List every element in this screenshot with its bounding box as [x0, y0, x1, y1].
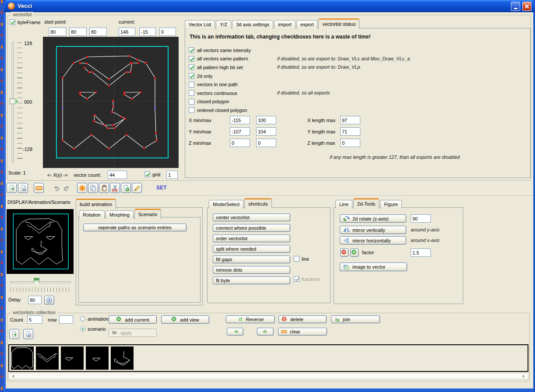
- paste-button[interactable]: [99, 183, 109, 193]
- reverse-button[interactable]: Reverse: [226, 315, 275, 323]
- start-z-field[interactable]: [89, 28, 107, 36]
- clear-button[interactable]: NEW clear: [278, 328, 327, 336]
- delay-field[interactable]: [28, 296, 42, 304]
- checkbox-all-vectors-same-intensity[interactable]: [189, 47, 194, 53]
- fill-gaps-button[interactable]: fill gaps: [213, 256, 290, 263]
- start-x-field[interactable]: [49, 28, 66, 36]
- tab-figure[interactable]: Figure: [380, 200, 401, 208]
- grid-checkbox-box[interactable]: [144, 172, 150, 177]
- frame-thumbnail-2[interactable]: [36, 346, 59, 370]
- field-y-min-max-max[interactable]: [256, 127, 276, 136]
- fit-byte-button[interactable]: fit byte: [213, 276, 290, 284]
- rotate-2d-button[interactable]: 2d rotate (z-axis): [340, 214, 406, 223]
- checkbox-2d-only[interactable]: [189, 73, 194, 79]
- add-view-button[interactable]: add view: [161, 315, 209, 324]
- vector-canvas[interactable]: [43, 37, 179, 168]
- new-file-button[interactable]: NEW: [34, 183, 44, 193]
- collection-save-button[interactable]: [23, 329, 33, 339]
- tab-export[interactable]: export: [296, 20, 318, 28]
- mirror-vertically-button[interactable]: mirror vertically: [340, 226, 406, 234]
- current-y-field[interactable]: [139, 28, 156, 36]
- separate-paths-button[interactable]: seperate paths as scenario entries: [83, 224, 187, 231]
- checkbox-closed-polygon[interactable]: [189, 99, 194, 105]
- mirror-horizontally-button[interactable]: mirror horizontally: [340, 236, 406, 245]
- collection-open-button[interactable]: [9, 329, 19, 339]
- tab-vectorlist-status[interactable]: vectorlist status: [318, 18, 359, 29]
- radio-scenario-circle[interactable]: [80, 326, 85, 332]
- burst-button[interactable]: [77, 183, 87, 193]
- tab-vector-list[interactable]: Vector List: [185, 20, 215, 28]
- remove-dots-button[interactable]: remove dots: [213, 266, 290, 274]
- frame-thumbnail-3[interactable]: [61, 346, 84, 370]
- radio-scenario[interactable]: scenario: [80, 326, 106, 332]
- prev-frame-button[interactable]: [227, 328, 243, 336]
- undo-button[interactable]: [51, 183, 61, 193]
- line-checkbox-box[interactable]: [294, 256, 299, 262]
- add-page-button[interactable]: [121, 183, 131, 193]
- order-vectorlist-button[interactable]: order vectorlist: [213, 234, 290, 242]
- factor-field[interactable]: [411, 248, 431, 257]
- field-y-length-max[interactable]: [340, 127, 360, 136]
- tab-shortcuts[interactable]: shortcuts: [244, 198, 272, 209]
- tab-y-z[interactable]: Y/Z: [216, 20, 231, 28]
- minimize-button[interactable]: [511, 2, 520, 11]
- field-x-min-max-max[interactable]: [256, 116, 276, 124]
- byteframe-checkbox[interactable]: byteFrame: [10, 19, 41, 25]
- tab-line[interactable]: Line: [335, 200, 352, 208]
- line-checkbox[interactable]: line: [294, 256, 309, 262]
- tab-import[interactable]: import: [274, 20, 296, 28]
- scroll-left-icon[interactable]: [11, 374, 14, 378]
- apply-button[interactable]: apply: [109, 329, 157, 337]
- save-file-button[interactable]: [18, 183, 28, 193]
- grid-checkbox[interactable]: grid: [144, 172, 160, 177]
- close-button[interactable]: [522, 2, 531, 11]
- checkbox-ordered-closed-polygon[interactable]: [189, 107, 194, 113]
- tab-2d-tools[interactable]: 2d-Tools: [353, 198, 380, 209]
- split-where-needed-button[interactable]: split where needed: [213, 245, 290, 253]
- filmstrip-scrollbar[interactable]: [8, 373, 528, 379]
- center-vectorlist-button[interactable]: center vectorlist: [213, 214, 290, 221]
- now-field[interactable]: [59, 315, 73, 324]
- cut-button[interactable]: [110, 183, 120, 193]
- grid-size-field[interactable]: [166, 171, 178, 179]
- vector-count-field[interactable]: [108, 171, 127, 179]
- edit-button[interactable]: [132, 183, 142, 193]
- checkbox-all-vectors-same-pattern[interactable]: [189, 56, 194, 62]
- field-z-min-max-max[interactable]: [256, 139, 276, 147]
- byteframe-checkbox-box[interactable]: [10, 19, 15, 25]
- frame-slider-thumb[interactable]: [34, 278, 39, 286]
- subtab-rotation[interactable]: Rotation: [79, 210, 105, 219]
- field-z-length-max[interactable]: [340, 139, 360, 147]
- add-current-button[interactable]: add current: [109, 315, 157, 324]
- radio-animation[interactable]: animation: [80, 316, 109, 322]
- start-y-field[interactable]: [69, 28, 87, 36]
- checkbox-vectors-in-one-path[interactable]: [189, 82, 194, 88]
- delete-button[interactable]: delete: [278, 315, 327, 323]
- field-z-min-max-min[interactable]: [230, 139, 250, 147]
- subtab-morphing[interactable]: Morphing: [106, 210, 134, 219]
- checkbox-vectors-continuous[interactable]: [189, 90, 194, 96]
- factor-plus-button[interactable]: [350, 248, 359, 257]
- image-to-vector-button[interactable]: image to vector: [340, 262, 407, 271]
- field-x-min-max-min[interactable]: [230, 116, 250, 124]
- frame-thumbnail-1[interactable]: [11, 346, 34, 370]
- field-x-length-max[interactable]: [340, 116, 360, 124]
- radio-animation-circle[interactable]: [80, 316, 85, 322]
- scroll-right-icon[interactable]: [523, 374, 526, 378]
- current-z-field[interactable]: [159, 28, 176, 36]
- open-file-button[interactable]: [7, 183, 17, 193]
- current-x-field[interactable]: [119, 28, 135, 36]
- tab-build-animation[interactable]: build animation: [76, 199, 116, 209]
- rotate-angle-field[interactable]: [411, 214, 431, 223]
- titlebar[interactable]: Vecci: [4, 0, 535, 12]
- count-field[interactable]: [27, 315, 42, 324]
- frame-thumbnail-5[interactable]: [111, 346, 134, 370]
- next-frame-button[interactable]: [257, 328, 274, 336]
- play-button[interactable]: [44, 296, 54, 304]
- frame-slider-track[interactable]: [10, 281, 71, 283]
- join-button[interactable]: join: [331, 315, 380, 323]
- factor-minus-button[interactable]: [340, 248, 348, 257]
- tab-3d-axis-settings[interactable]: 3d axis settings: [232, 20, 273, 28]
- tab-mode-select[interactable]: Mode/Select: [209, 200, 243, 208]
- checkbox-all-pattern-high-bit-set[interactable]: [189, 64, 194, 70]
